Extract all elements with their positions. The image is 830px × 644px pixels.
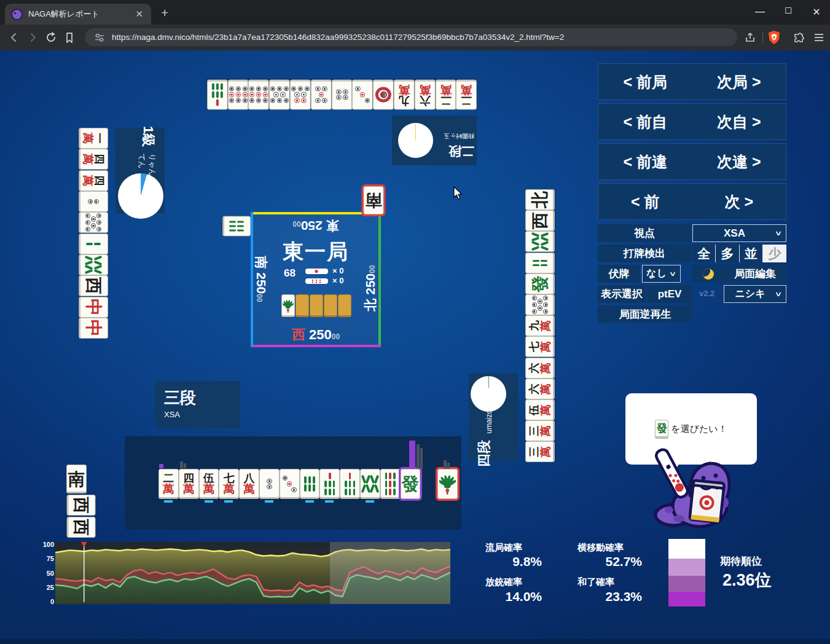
naga-favicon [11, 9, 23, 20]
tile-5p [311, 79, 332, 109]
model-select[interactable]: ニシキ ∨ [724, 285, 786, 303]
tile-9m: 九萬 [525, 315, 555, 336]
stat-houju-value: 14.0% [468, 589, 542, 604]
next-kyoku-button[interactable]: 次局 > [692, 72, 786, 92]
url-bar[interactable]: https://naga.dmv.nico/htmls/23b1a7a7ea17… [85, 28, 737, 46]
player-bottom-box: 三段 XSA [155, 381, 240, 428]
tile-1s [281, 294, 295, 317]
tile-S: 南 [66, 465, 87, 493]
tile-2p[interactable] [259, 469, 280, 499]
moon-icon[interactable] [703, 269, 714, 280]
rank-bar-segment [668, 559, 705, 576]
dahai-option-few[interactable]: 少 [763, 245, 786, 262]
tile-5m[interactable]: 伍萬 [199, 469, 219, 499]
player-right-name: umaizo [485, 410, 493, 434]
tile-8p [269, 79, 290, 109]
dahai-detect-segment: 全 多 並 少 [692, 245, 786, 262]
tile-back [338, 294, 351, 317]
tile-2p [79, 191, 108, 212]
nav-self-row: < 前自 次自 > [598, 103, 786, 140]
rank-bar-segment [668, 576, 705, 591]
fusehai-select[interactable]: なし ∨ [642, 265, 681, 283]
tab-close-icon[interactable]: ✕ [133, 9, 145, 20]
tile-8m[interactable]: 八萬 [239, 469, 259, 499]
chart-ytick: 50 [36, 570, 54, 577]
eval-bar [444, 460, 447, 469]
stat-yokoido-label: 横移動確率 [577, 542, 624, 554]
player-top-box: 二段 粋園峠ヶ玉 [392, 116, 477, 165]
back-icon[interactable] [5, 28, 23, 47]
toolbar-divider [762, 32, 763, 43]
extensions-icon[interactable] [789, 28, 808, 47]
ptev-button[interactable]: ptEV [647, 285, 692, 303]
tile-7s[interactable] [340, 469, 360, 499]
tile-accept-dash [325, 500, 334, 503]
eval-bar [409, 441, 415, 469]
tile-1m: 一萬 [79, 128, 108, 149]
tile-3p [353, 79, 374, 109]
prev-button[interactable]: < 前 [598, 192, 692, 212]
window-close-button[interactable]: ✕ [807, 6, 826, 18]
tile-2m[interactable]: 二萬 [159, 469, 179, 499]
tile-7s[interactable] [319, 469, 340, 499]
tile-8p [79, 212, 108, 233]
prev-mismatch-button[interactable]: < 前違 [598, 152, 692, 172]
tile-2s [79, 234, 108, 254]
next-self-button[interactable]: 次自 > [692, 112, 786, 132]
player-right-rank: 四段 [476, 440, 491, 467]
prev-kyoku-button[interactable]: < 前局 [598, 72, 692, 92]
stat-agari-value: 23.3% [568, 589, 642, 604]
tile-9s[interactable] [380, 469, 401, 499]
eval-bar [159, 464, 163, 468]
nav-mismatch-row: < 前違 次違 > [598, 143, 786, 180]
player-bottom-name: XSA [164, 410, 240, 419]
chart-ytick: 75 [36, 555, 54, 562]
tab-title: NAGA解析レポート [28, 9, 133, 20]
tile-3p[interactable] [280, 469, 300, 499]
board-edit-button[interactable]: 局面編集 [724, 265, 786, 283]
tile-7m: 七萬 [525, 336, 555, 357]
hand-right: 北西發九萬七萬六萬六萬伍萬三萬三萬 [525, 189, 555, 462]
window-maximize-button[interactable]: ☐ [779, 6, 797, 15]
window-minimize-button[interactable]: — [751, 6, 769, 17]
tile-1p [373, 79, 394, 109]
hand-left: 一萬四萬四萬西中中 [79, 128, 108, 339]
dahai-option-normal[interactable]: 並 [740, 245, 763, 262]
dahai-option-many[interactable]: 多 [716, 245, 739, 262]
reverse-play-button[interactable]: 局面逆再生 [598, 305, 692, 323]
viewpoint-select[interactable]: XSA ∨ [692, 224, 786, 242]
bookmark-icon[interactable] [60, 28, 79, 47]
site-settings-icon[interactable] [93, 31, 106, 44]
probability-chart[interactable] [55, 542, 450, 607]
tile-N: 北 [525, 189, 555, 210]
tile-2m: 二萬 [456, 79, 477, 109]
tile-accept-dash [305, 500, 314, 503]
tile-7m[interactable]: 七萬 [219, 469, 239, 499]
expected-rank-value: 2.36位 [722, 569, 772, 591]
next-button[interactable]: 次 > [692, 192, 786, 212]
seat-bottom-score: 西 25000 [267, 326, 365, 344]
chevron-down-icon: ∨ [775, 229, 783, 237]
tile-4m[interactable]: 四萬 [179, 469, 199, 499]
tile-6s[interactable] [300, 469, 320, 499]
dahai-option-all[interactable]: 全 [692, 245, 716, 262]
riichi-count: × 0 [332, 266, 343, 275]
display-select-label: 表示選択 [598, 285, 646, 303]
next-mismatch-button[interactable]: 次違 > [692, 152, 786, 172]
tile-6s [222, 216, 251, 236]
reload-icon[interactable] [42, 28, 60, 47]
tile-W: 西 [66, 517, 95, 538]
tile-8s[interactable] [360, 469, 380, 499]
share-icon[interactable] [741, 28, 759, 47]
dora-indicator-row [281, 294, 351, 317]
tile-1s[interactable] [437, 469, 458, 499]
stat-agari-label: 和了確率 [577, 576, 614, 588]
tile-F[interactable]: 發 [401, 469, 421, 499]
prev-self-button[interactable]: < 前自 [598, 112, 692, 132]
tile-6m: 六萬 [415, 79, 436, 109]
menu-icon[interactable] [810, 28, 828, 47]
new-tab-button[interactable]: + [161, 6, 168, 19]
browser-tab[interactable]: NAGA解析レポート ✕ [5, 4, 151, 25]
forward-icon[interactable] [23, 28, 42, 47]
brave-shield-icon[interactable] [765, 28, 783, 47]
